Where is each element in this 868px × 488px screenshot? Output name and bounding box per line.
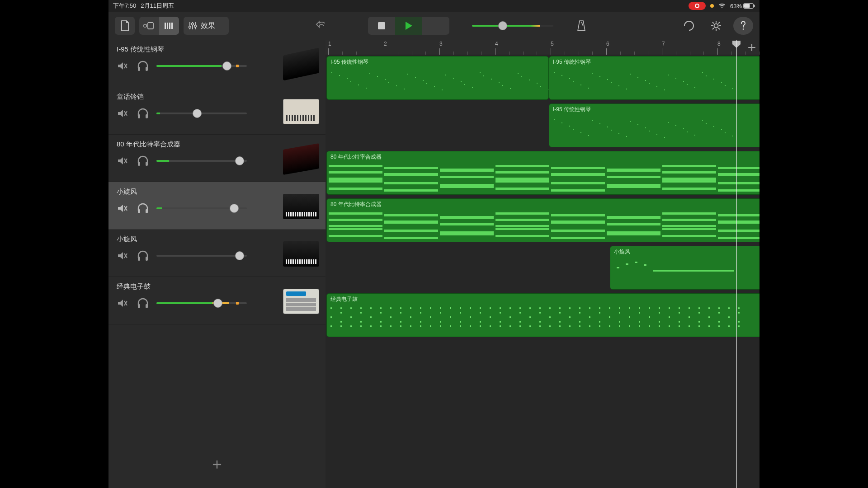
region-label: I-95 传统性钢琴 (553, 58, 591, 66)
headphones-icon[interactable] (137, 108, 148, 119)
bar-number: 2 (384, 41, 387, 47)
track-volume-slider[interactable] (156, 204, 247, 213)
sliders-icon (188, 21, 197, 30)
region-label: 80 年代比特率合成器 (330, 153, 382, 161)
svg-point-11 (194, 25, 197, 28)
region-label: I-95 传统性钢琴 (553, 106, 591, 113)
track-header[interactable]: 童话铃铛 (108, 87, 326, 135)
timeline-ruler[interactable]: 12345678 (326, 40, 760, 55)
svg-rect-22 (138, 209, 140, 213)
svg-rect-25 (146, 257, 148, 261)
svg-rect-1 (744, 4, 750, 8)
tracks-view-button[interactable] (159, 17, 179, 35)
track-list: I-95 传统性钢琴 童话铃铛 (108, 40, 326, 488)
svg-point-15 (743, 28, 744, 30)
status-bar: 下午7:50 2月11日周五 63% (108, 0, 760, 12)
svg-rect-5 (165, 23, 166, 29)
svg-rect-27 (146, 304, 148, 308)
track-volume-slider[interactable] (156, 156, 247, 165)
headphones-icon[interactable] (137, 297, 148, 309)
svg-rect-18 (138, 114, 140, 118)
track-name: 80 年代比特率合成器 (117, 140, 320, 149)
svg-rect-17 (146, 67, 148, 71)
track-volume-slider[interactable] (156, 251, 247, 260)
track-header[interactable]: I-95 传统性钢琴 (108, 40, 326, 87)
track-header[interactable]: 小旋风 (108, 182, 326, 230)
svg-rect-7 (169, 23, 170, 29)
midi-region[interactable]: 80 年代比特率合成器 (326, 151, 760, 195)
svg-rect-6 (167, 23, 168, 29)
track-header[interactable]: 经典电子鼓 (108, 277, 326, 324)
svg-rect-16 (138, 67, 140, 71)
svg-rect-23 (146, 209, 148, 213)
status-dot-icon (710, 4, 714, 8)
bar-number: 4 (495, 41, 498, 47)
add-section-button[interactable] (747, 42, 757, 52)
settings-button[interactable] (706, 17, 726, 35)
svg-rect-19 (146, 114, 148, 118)
view-segmented (139, 17, 179, 35)
track-volume-slider[interactable] (156, 61, 247, 70)
mute-icon[interactable] (117, 250, 128, 262)
instrument-icon[interactable] (283, 241, 319, 267)
metronome-button[interactable] (571, 17, 591, 35)
toolbar: 效果 (108, 12, 760, 40)
track-header[interactable]: 80 年代比特率合成器 (108, 135, 326, 182)
bar-number: 3 (439, 41, 443, 47)
svg-rect-4 (144, 24, 146, 27)
bar-number: 5 (551, 41, 554, 47)
help-button[interactable] (733, 17, 753, 35)
transport (368, 17, 449, 35)
playhead[interactable] (736, 40, 737, 488)
track-volume-slider[interactable] (156, 109, 247, 118)
my-songs-button[interactable] (115, 17, 135, 35)
battery-icon: 63% (730, 3, 755, 9)
midi-region[interactable]: I-95 传统性钢琴 (549, 56, 760, 100)
undo-button[interactable] (312, 17, 332, 35)
mute-icon[interactable] (117, 155, 128, 167)
svg-point-14 (714, 24, 718, 28)
stop-button[interactable] (368, 17, 395, 35)
region-label: 经典电子鼓 (330, 296, 358, 303)
track-header[interactable]: 小旋风 (108, 230, 326, 277)
region-label: 80 年代比特率合成器 (330, 201, 382, 208)
instrument-icon[interactable] (283, 99, 319, 124)
mute-icon[interactable] (117, 297, 128, 309)
mute-icon[interactable] (117, 202, 128, 214)
headphones-icon[interactable] (137, 155, 148, 167)
svg-rect-8 (171, 23, 173, 29)
arrange-area[interactable]: 12345678 I-95 传统性钢琴I-95 传统性钢琴I-95 传统性钢琴8… (326, 40, 760, 488)
headphones-icon[interactable] (137, 250, 148, 262)
svg-rect-26 (138, 304, 140, 308)
headphones-icon[interactable] (137, 202, 148, 214)
track-volume-slider[interactable] (156, 299, 247, 308)
instrument-icon[interactable] (283, 289, 319, 314)
bar-number: 6 (606, 41, 609, 47)
midi-region[interactable]: I-95 传统性钢琴 (326, 56, 549, 100)
master-volume-slider[interactable] (472, 17, 553, 35)
play-button[interactable] (395, 17, 422, 35)
midi-region[interactable]: I-95 传统性钢琴 (549, 103, 760, 147)
screen-record-indicator[interactable] (689, 2, 706, 10)
instrument-icon[interactable] (283, 194, 319, 219)
browser-view-button[interactable] (139, 17, 159, 35)
mute-icon[interactable] (117, 60, 128, 72)
loop-browser-button[interactable] (679, 17, 699, 35)
add-track-button[interactable] (108, 459, 326, 470)
record-button[interactable] (422, 17, 449, 35)
battery-percent: 63% (730, 3, 742, 9)
midi-region[interactable]: 经典电子鼓 (326, 293, 760, 337)
region-label: I-95 传统性钢琴 (330, 58, 368, 66)
svg-rect-21 (146, 162, 148, 166)
midi-region[interactable]: 80 年代比特率合成器 (326, 198, 760, 242)
bar-number: 1 (328, 41, 331, 47)
svg-rect-24 (138, 257, 140, 261)
midi-region[interactable]: 小旋风 (610, 246, 760, 290)
status-date: 2月11日周五 (141, 2, 174, 10)
headphones-icon[interactable] (137, 60, 148, 72)
svg-rect-20 (138, 162, 140, 166)
app-window: 下午7:50 2月11日周五 63% (108, 0, 760, 488)
fx-button[interactable]: 效果 (184, 17, 229, 35)
svg-point-10 (192, 23, 194, 25)
mute-icon[interactable] (117, 108, 128, 119)
